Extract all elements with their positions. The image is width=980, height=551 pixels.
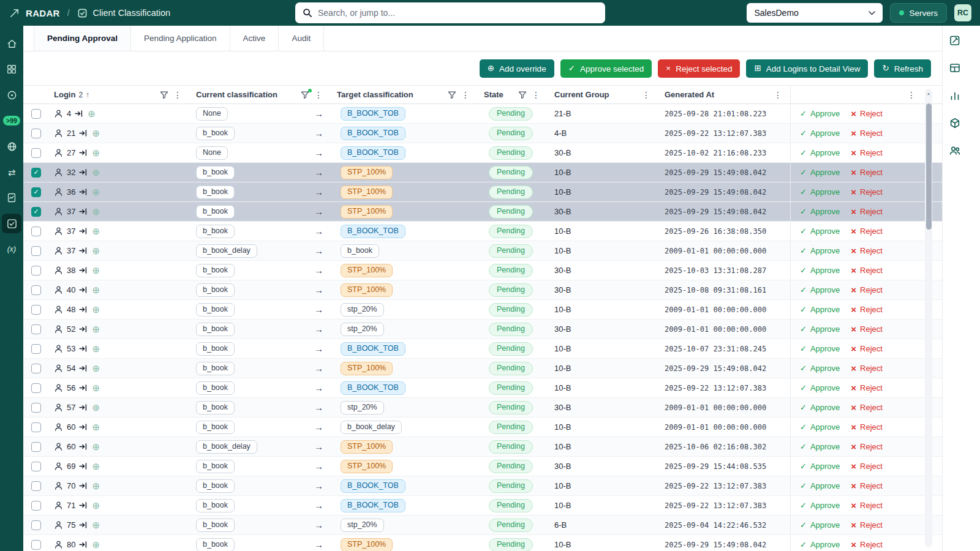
open-login-icon[interactable]	[79, 325, 87, 333]
approve-action[interactable]: ✓Approve	[800, 168, 840, 177]
reject-action[interactable]: ×Reject	[851, 501, 883, 510]
add-logins-detail-view-button[interactable]: ⊞Add Logins to Detail View	[746, 59, 868, 78]
approve-action[interactable]: ✓Approve	[800, 364, 840, 373]
add-to-detail-icon[interactable]: ⊕	[92, 383, 100, 392]
scrollbar-thumb[interactable]	[926, 103, 932, 230]
row-checkbox[interactable]	[31, 540, 41, 550]
add-to-detail-icon[interactable]: ⊕	[92, 246, 100, 255]
panel-item-forms[interactable]	[949, 34, 961, 47]
open-login-icon[interactable]	[79, 541, 87, 549]
reject-action[interactable]: ×Reject	[851, 285, 883, 294]
open-login-icon[interactable]	[79, 129, 87, 137]
approve-action[interactable]: ✓Approve	[800, 481, 840, 490]
reject-action[interactable]: ×Reject	[851, 305, 883, 314]
sidebar-item-monitoring[interactable]	[2, 85, 21, 105]
approve-action[interactable]: ✓Approve	[800, 442, 840, 451]
add-override-button[interactable]: ⊕Add override	[480, 59, 554, 78]
column-menu-icon[interactable]: ⋮	[312, 90, 325, 100]
approve-action[interactable]: ✓Approve	[800, 285, 840, 294]
reject-action[interactable]: ×Reject	[851, 383, 883, 392]
add-to-detail-icon[interactable]: ⊕	[92, 540, 100, 549]
add-to-detail-icon[interactable]: ⊕	[92, 168, 100, 177]
row-checkbox[interactable]: ✓	[31, 207, 41, 217]
add-to-detail-icon[interactable]: ⊕	[92, 129, 100, 138]
open-login-icon[interactable]	[79, 247, 87, 255]
open-login-icon[interactable]	[79, 286, 87, 294]
add-to-detail-icon[interactable]: ⊕	[92, 227, 100, 236]
row-checkbox[interactable]	[31, 364, 41, 373]
row-checkbox[interactable]	[31, 246, 41, 256]
search-box[interactable]	[295, 2, 605, 23]
row-checkbox[interactable]: ✓	[31, 168, 41, 178]
panel-item-3d-view[interactable]	[949, 117, 961, 129]
panel-item-charts[interactable]	[949, 89, 961, 102]
row-checkbox[interactable]	[31, 501, 41, 511]
add-to-detail-icon[interactable]: ⊕	[92, 207, 100, 216]
row-checkbox[interactable]	[31, 266, 41, 276]
add-to-detail-icon[interactable]: ⊕	[92, 305, 100, 314]
row-checkbox[interactable]	[31, 403, 41, 413]
open-login-icon[interactable]	[79, 188, 87, 196]
approve-action[interactable]: ✓Approve	[800, 305, 840, 314]
panel-item-users[interactable]	[949, 144, 961, 157]
filter-icon[interactable]	[301, 91, 309, 99]
approve-action[interactable]: ✓Approve	[800, 324, 840, 334]
sidebar-item-transfers[interactable]: ⇄	[2, 162, 21, 182]
row-checkbox[interactable]	[31, 324, 41, 334]
row-checkbox[interactable]	[31, 344, 41, 354]
row-checkbox[interactable]	[31, 109, 41, 119]
reject-action[interactable]: ×Reject	[851, 207, 883, 216]
approve-action[interactable]: ✓Approve	[800, 207, 840, 216]
add-to-detail-icon[interactable]: ⊕	[88, 109, 96, 118]
reject-action[interactable]: ×Reject	[851, 129, 883, 138]
open-login-icon[interactable]	[79, 521, 87, 529]
reject-action[interactable]: ×Reject	[851, 520, 883, 530]
filter-icon[interactable]	[518, 91, 527, 99]
reject-selected-button[interactable]: ×Reject selected	[658, 59, 740, 78]
approve-action[interactable]: ✓Approve	[800, 540, 840, 549]
open-login-icon[interactable]	[79, 462, 87, 470]
add-to-detail-icon[interactable]: ⊕	[92, 442, 100, 451]
reject-action[interactable]: ×Reject	[851, 364, 883, 373]
column-menu-icon[interactable]: ⋮	[530, 90, 542, 100]
row-checkbox[interactable]	[31, 227, 41, 236]
open-login-icon[interactable]	[79, 501, 87, 509]
approve-action[interactable]: ✓Approve	[800, 148, 840, 157]
open-login-icon[interactable]	[79, 403, 87, 411]
approve-action[interactable]: ✓Approve	[800, 383, 840, 392]
panel-item-table[interactable]	[949, 62, 961, 74]
approve-action[interactable]: ✓Approve	[800, 422, 840, 432]
reject-action[interactable]: ×Reject	[851, 109, 883, 118]
sidebar-item-functions[interactable]: (x)	[2, 239, 21, 259]
filter-icon[interactable]	[160, 91, 168, 99]
filter-icon[interactable]	[448, 91, 456, 99]
open-login-icon[interactable]	[75, 110, 83, 118]
tab-active[interactable]: Active	[230, 26, 279, 51]
reject-action[interactable]: ×Reject	[851, 246, 883, 255]
refresh-button[interactable]: ↻Refresh	[874, 59, 931, 78]
add-to-detail-icon[interactable]: ⊕	[92, 344, 100, 353]
reject-action[interactable]: ×Reject	[851, 540, 883, 549]
tab-audit[interactable]: Audit	[279, 26, 324, 51]
sidebar-item-home[interactable]	[2, 34, 21, 53]
add-to-detail-icon[interactable]: ⊕	[92, 266, 100, 275]
row-checkbox[interactable]	[31, 305, 41, 315]
open-login-icon[interactable]	[79, 227, 87, 235]
open-login-icon[interactable]	[79, 345, 87, 353]
open-login-icon[interactable]	[79, 208, 87, 216]
add-to-detail-icon[interactable]: ⊕	[92, 403, 100, 412]
reject-action[interactable]: ×Reject	[851, 344, 883, 353]
row-checkbox[interactable]	[31, 422, 41, 432]
approve-action[interactable]: ✓Approve	[800, 227, 840, 236]
search-input[interactable]	[318, 8, 598, 18]
vertical-scrollbar[interactable]: ▲	[925, 89, 932, 547]
reject-action[interactable]: ×Reject	[851, 148, 883, 157]
reject-action[interactable]: ×Reject	[851, 481, 883, 490]
add-to-detail-icon[interactable]: ⊕	[92, 148, 100, 157]
servers-button[interactable]: Servers	[890, 3, 947, 23]
column-menu-icon[interactable]: ⋮	[905, 90, 918, 100]
column-menu-icon[interactable]: ⋮	[772, 90, 784, 100]
sort-asc-icon[interactable]: ↑	[86, 91, 89, 99]
approve-action[interactable]: ✓Approve	[800, 266, 840, 275]
tab-pending-application[interactable]: Pending Application	[131, 26, 230, 51]
